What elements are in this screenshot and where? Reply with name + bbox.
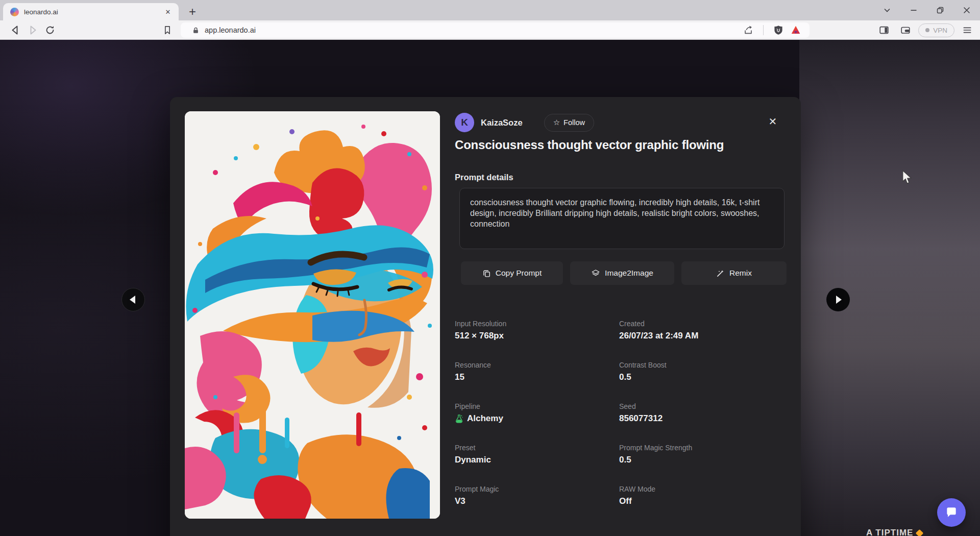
layers-icon xyxy=(591,269,600,278)
detail-input-resolution: Input Resolution 512 × 768px xyxy=(455,320,619,341)
watermark-text: A TIPTIME xyxy=(866,528,913,536)
remix-button[interactable]: Remix xyxy=(681,261,787,285)
detail-resonance: Resonance 15 xyxy=(455,361,619,382)
alchemy-flask-icon xyxy=(455,414,463,424)
creator-row: K KaizaSoze ☆ Follow xyxy=(455,113,785,132)
support-chat-button[interactable] xyxy=(937,498,966,527)
creator-name[interactable]: KaizaSoze xyxy=(481,118,523,128)
copy-prompt-button[interactable]: Copy Prompt xyxy=(461,261,563,285)
sidebar-icon[interactable] xyxy=(875,22,893,38)
new-tab-button[interactable]: + xyxy=(185,4,200,19)
detail-seed: Seed 856077312 xyxy=(619,402,785,424)
video-watermark: A TIPTIME xyxy=(866,528,922,536)
detail-pipeline: Pipeline Alchemy xyxy=(455,402,619,424)
mouse-cursor xyxy=(901,170,915,187)
address-bar[interactable]: app.leonardo.ai xyxy=(181,22,810,38)
brave-rewards-icon[interactable] xyxy=(787,22,804,38)
tab-bar: leonardo.ai ✕ + xyxy=(0,0,980,20)
image2image-button[interactable]: Image2Image xyxy=(570,261,674,285)
tab-search-chevron-icon[interactable] xyxy=(874,0,900,20)
prompt-details-heading: Prompt details xyxy=(455,173,513,182)
detail-raw-mode: RAW Mode Off xyxy=(619,485,785,506)
chat-bubble-icon xyxy=(945,506,958,519)
detail-prompt-magic-strength: Prompt Magic Strength 0.5 xyxy=(619,444,785,465)
detail-contrast-boost: Contrast Boost 0.5 xyxy=(619,361,785,382)
generation-details-grid: Input Resolution 512 × 768px Created 26/… xyxy=(455,320,785,506)
close-modal-icon[interactable]: ✕ xyxy=(765,114,780,129)
chevron-right-icon xyxy=(836,296,842,304)
browser-window: leonardo.ai ✕ + xyxy=(0,0,980,536)
follow-label: Follow xyxy=(564,118,585,127)
chevron-left-icon xyxy=(130,296,135,304)
pipeline-value: Alchemy xyxy=(467,413,503,424)
tab-title: leonardo.ai xyxy=(24,8,162,16)
tab-close-icon[interactable]: ✕ xyxy=(162,6,174,17)
toolbar-right-cluster: VPN xyxy=(875,22,976,38)
wallet-icon[interactable] xyxy=(897,22,914,38)
image-detail-modal: K KaizaSoze ☆ Follow ✕ Consciousness tho… xyxy=(170,97,801,536)
back-button[interactable] xyxy=(7,22,24,38)
blurred-next-image-backdrop xyxy=(799,40,980,536)
menu-icon[interactable] xyxy=(959,22,976,38)
ssl-lock-icon xyxy=(192,27,200,34)
previous-image-button[interactable] xyxy=(121,288,145,311)
page-content: K KaizaSoze ☆ Follow ✕ Consciousness tho… xyxy=(0,40,980,536)
detail-preset: Preset Dynamic xyxy=(455,444,619,465)
vpn-button[interactable]: VPN xyxy=(918,23,954,37)
star-icon: ☆ xyxy=(553,118,560,127)
generated-image[interactable] xyxy=(185,111,440,519)
prompt-actions: Copy Prompt Image2Image Remix xyxy=(461,261,787,285)
forward-button[interactable] xyxy=(24,22,41,38)
generation-title: Consciousness thought vector graphic flo… xyxy=(455,138,781,152)
url-text: app.leonardo.ai xyxy=(205,26,740,34)
vpn-label: VPN xyxy=(933,27,947,34)
copy-icon xyxy=(482,269,491,278)
close-window-icon[interactable] xyxy=(953,0,980,20)
tab-leonardo-ai[interactable]: leonardo.ai ✕ xyxy=(3,3,179,20)
avatar[interactable]: K xyxy=(455,113,474,132)
copy-prompt-label: Copy Prompt xyxy=(496,269,542,278)
minimize-icon[interactable] xyxy=(900,0,927,20)
vpn-status-dot xyxy=(925,28,929,32)
detail-prompt-magic: Prompt Magic V3 xyxy=(455,485,619,506)
window-controls xyxy=(874,0,980,20)
detail-panel: K KaizaSoze ☆ Follow ✕ Consciousness tho… xyxy=(455,97,792,536)
toolbar-separator xyxy=(763,25,764,35)
watermark-spark-icon xyxy=(916,529,924,536)
bookmarks-icon[interactable] xyxy=(159,22,176,38)
next-image-button[interactable] xyxy=(826,288,850,311)
site-favicon-icon xyxy=(10,8,19,16)
restore-window-icon[interactable] xyxy=(927,0,953,20)
brave-shields-icon[interactable] xyxy=(770,22,787,38)
reload-button[interactable] xyxy=(41,22,59,38)
detail-created: Created 26/07/23 at 2:49 AM xyxy=(619,320,785,341)
image2image-label: Image2Image xyxy=(605,269,653,278)
wand-icon xyxy=(716,269,725,278)
prompt-text-box[interactable]: consciousness thought vector graphic flo… xyxy=(459,188,785,249)
remix-label: Remix xyxy=(729,269,752,278)
follow-button[interactable]: ☆ Follow xyxy=(544,114,594,132)
share-icon[interactable] xyxy=(740,22,757,38)
